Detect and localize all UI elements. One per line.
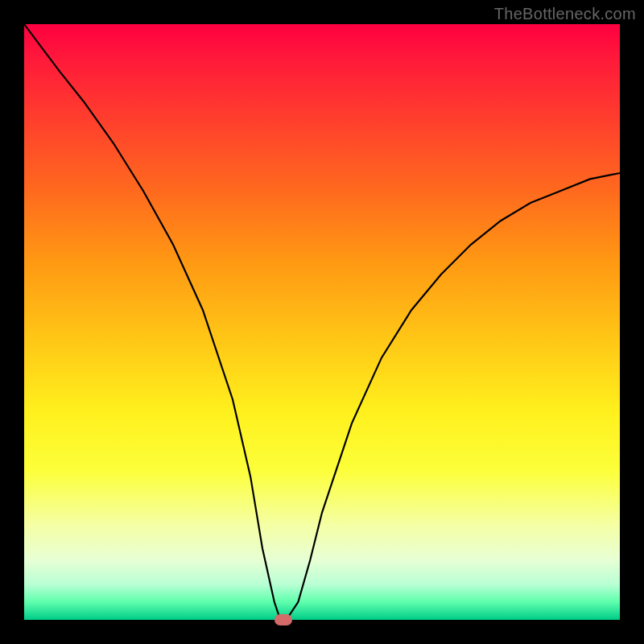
- plot-area: [24, 24, 620, 620]
- curve-path: [24, 24, 620, 620]
- watermark-text: TheBottleneck.com: [494, 5, 636, 23]
- chart-frame: TheBottleneck.com: [0, 0, 644, 644]
- optimum-marker: [275, 614, 292, 625]
- bottleneck-curve: [24, 24, 620, 620]
